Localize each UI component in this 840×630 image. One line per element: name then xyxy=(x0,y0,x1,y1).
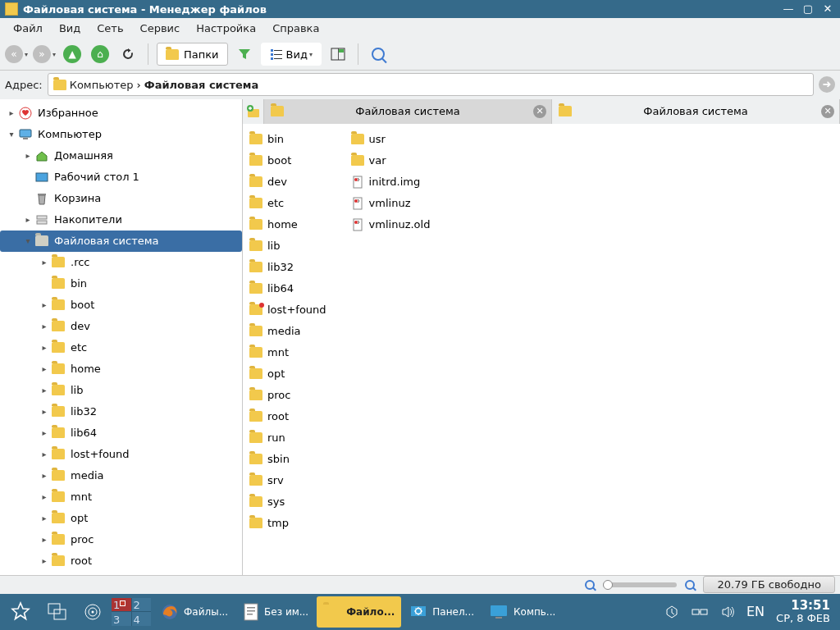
file-item[interactable]: lib32 xyxy=(249,257,326,278)
tree-item[interactable]: ▸lost+found xyxy=(0,444,242,465)
file-grid[interactable]: binbootdevetchomeliblib32lib64lost+found… xyxy=(243,124,840,575)
file-item[interactable]: opt xyxy=(249,363,326,385)
tree-twisty[interactable]: ▸ xyxy=(38,471,51,480)
nav-up-button[interactable]: ▲ xyxy=(61,43,84,66)
network-icon[interactable] xyxy=(691,605,709,619)
menu-file[interactable]: Файл xyxy=(5,19,51,38)
tree-item[interactable]: Рабочий стол 1 xyxy=(0,167,242,188)
filter-button[interactable] xyxy=(233,43,256,66)
breadcrumb-segment[interactable]: Файловая система xyxy=(144,79,258,91)
tree-item[interactable]: ▸Избранное xyxy=(0,103,242,124)
tree-item[interactable]: ▸root xyxy=(0,550,242,572)
volume-icon[interactable] xyxy=(720,605,735,619)
file-item[interactable]: media xyxy=(249,321,326,342)
file-item[interactable]: etc xyxy=(249,193,326,214)
tree-twisty[interactable]: ▸ xyxy=(38,556,51,565)
tree-twisty[interactable]: ▸ xyxy=(38,258,51,267)
tree-item[interactable]: ▸Домашняя xyxy=(0,145,242,167)
pager-cell[interactable]: 1 xyxy=(112,598,131,612)
activity-button[interactable] xyxy=(77,596,108,628)
pager-cell[interactable]: 3 xyxy=(112,612,131,626)
tree-twisty[interactable]: ▸ xyxy=(38,450,51,459)
file-item[interactable]: srv xyxy=(249,470,326,491)
tree-item[interactable]: ▸mnt xyxy=(0,486,242,508)
taskbar-app[interactable]: Без им... xyxy=(236,596,315,628)
tree-twisty[interactable]: ▸ xyxy=(21,215,34,224)
file-item[interactable]: bin xyxy=(249,129,326,150)
file-item[interactable]: proc xyxy=(249,385,326,406)
view-mode-button[interactable]: Вид xyxy=(261,43,322,66)
start-button[interactable] xyxy=(3,596,38,628)
tree-twisty[interactable]: ▸ xyxy=(38,386,51,395)
file-item[interactable]: lib64 xyxy=(249,278,326,299)
tree-item[interactable]: ▸etc xyxy=(0,337,242,358)
file-item[interactable]: lib xyxy=(249,235,326,257)
tree-item[interactable]: Корзина xyxy=(0,188,242,209)
split-view-button[interactable] xyxy=(326,43,349,66)
address-path[interactable]: Компьютер › Файловая система xyxy=(48,73,814,96)
tree-twisty[interactable]: ▸ xyxy=(38,300,51,309)
file-item[interactable]: var xyxy=(351,150,431,171)
zoom-in-icon[interactable] xyxy=(685,580,695,590)
updates-icon[interactable] xyxy=(664,605,679,619)
keyboard-layout[interactable]: EN xyxy=(746,604,765,619)
menu-network[interactable]: Сеть xyxy=(89,19,131,38)
nav-back-button[interactable]: « xyxy=(5,43,28,66)
tree-twisty[interactable]: ▸ xyxy=(21,151,34,160)
taskbar-app[interactable]: Файло... xyxy=(317,596,401,628)
file-item[interactable]: vmlinuz.old xyxy=(351,214,431,235)
file-item[interactable]: mnt xyxy=(249,342,326,363)
tree-item[interactable]: ▾Компьютер xyxy=(0,124,242,145)
clock[interactable]: 13:51 СР, 8 ФЕВ xyxy=(776,600,830,624)
pager-cell[interactable]: 4 xyxy=(132,612,152,626)
taskbar-app[interactable]: Файлы... xyxy=(154,596,235,628)
desktop-pager[interactable]: 1 2 3 4 xyxy=(112,598,151,626)
file-item[interactable]: usr xyxy=(351,129,431,150)
file-item[interactable]: run xyxy=(249,427,326,449)
tree-item[interactable]: ▸opt xyxy=(0,508,242,529)
zoom-slider[interactable] xyxy=(603,582,677,587)
menu-service[interactable]: Сервис xyxy=(132,19,189,38)
tree-item[interactable]: ▸dev xyxy=(0,316,242,337)
tree-item[interactable]: ▸proc xyxy=(0,529,242,550)
file-item[interactable]: boot xyxy=(249,150,326,171)
tab-close-button[interactable]: ✕ xyxy=(821,105,834,118)
file-item[interactable]: sbin xyxy=(249,449,326,470)
tree-item[interactable]: ▸media xyxy=(0,465,242,486)
menu-settings[interactable]: Настройка xyxy=(188,19,264,38)
file-item[interactable]: tmp xyxy=(249,513,326,534)
tree-twisty[interactable]: ▸ xyxy=(38,492,51,501)
tree-twisty[interactable]: ▾ xyxy=(21,236,34,245)
tree-twisty[interactable]: ▸ xyxy=(38,364,51,373)
close-button[interactable]: ✕ xyxy=(820,2,835,16)
zoom-out-icon[interactable] xyxy=(585,580,595,590)
tree-twisty[interactable]: ▸ xyxy=(5,108,18,117)
file-item[interactable]: root xyxy=(249,406,326,427)
tree-twisty[interactable]: ▾ xyxy=(5,130,18,139)
tree-item[interactable]: ▸lib xyxy=(0,380,242,401)
tree-twisty[interactable]: ▸ xyxy=(38,343,51,352)
file-item[interactable]: lost+found xyxy=(249,299,326,321)
nav-forward-button[interactable]: » xyxy=(33,43,56,66)
go-button[interactable]: ➜ xyxy=(819,76,835,93)
pager-cell[interactable]: 2 xyxy=(132,598,152,612)
tree-twisty[interactable]: ▸ xyxy=(38,322,51,331)
tree-item[interactable]: ▾Файловая система xyxy=(0,231,242,252)
tree-item[interactable]: ▸boot xyxy=(0,294,242,316)
tab[interactable]: Файловая система ✕ xyxy=(264,99,552,124)
show-desktop-button[interactable] xyxy=(41,596,74,628)
new-tab-button[interactable] xyxy=(243,99,264,124)
taskbar-app[interactable]: Компь... xyxy=(482,596,562,628)
file-item[interactable]: initrd.img xyxy=(351,171,431,193)
tree-twisty[interactable]: ▸ xyxy=(38,514,51,523)
tree-item[interactable]: ▸.rcc xyxy=(0,252,242,273)
search-button[interactable] xyxy=(367,43,390,66)
minimize-button[interactable]: — xyxy=(781,2,796,16)
tree-item[interactable]: ▸lib64 xyxy=(0,422,242,444)
file-item[interactable]: sys xyxy=(249,491,326,513)
maximize-button[interactable]: ▢ xyxy=(801,2,815,16)
folders-panel-button[interactable]: Папки xyxy=(157,43,228,66)
tree-item[interactable]: ▸Накопители xyxy=(0,209,242,231)
menu-view[interactable]: Вид xyxy=(51,19,89,38)
tree-item[interactable]: bin xyxy=(0,273,242,294)
